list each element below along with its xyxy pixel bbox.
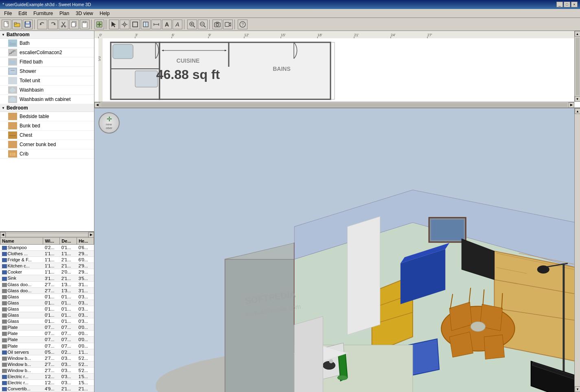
table-row[interactable]: Window b... 2'7... 0'3... 5'2...	[0, 367, 94, 373]
tree-item-bedside-table[interactable]: Bedside table	[0, 112, 94, 121]
row-icon	[2, 283, 7, 287]
save-button[interactable]	[23, 20, 33, 29]
row-icon	[2, 264, 7, 268]
redo-button[interactable]	[48, 20, 58, 29]
create-dimension-tool[interactable]	[151, 20, 161, 29]
table-row[interactable]: Plate 0'7... 0'7... 0'0...	[0, 337, 94, 343]
table-row[interactable]: Glass doo... 2'7... 1'3... 3'1...	[0, 287, 94, 293]
menu-edit[interactable]: Edit	[15, 10, 30, 17]
stair-icon	[8, 49, 17, 56]
tree-item-fitted-bath[interactable]: Fitted bath	[0, 57, 94, 67]
new-button[interactable]	[2, 20, 11, 29]
menu-help[interactable]: Help	[96, 10, 113, 17]
plan-scroll-right[interactable]: ▶	[569, 102, 574, 108]
table-row[interactable]: Window b... 2'7... 0'3... 5'2...	[0, 361, 94, 367]
tree-hscroll[interactable]: ◀ ▶	[0, 232, 94, 237]
paste-button[interactable]	[80, 20, 90, 29]
add-furniture-button[interactable]	[94, 20, 104, 29]
table-row[interactable]: Plate 0'7... 0'7... 0'0...	[0, 331, 94, 337]
view3d[interactable]: ✛ newober	[94, 108, 580, 392]
table-row[interactable]: Clothes ... 1'1... 1'1... 2'9...	[0, 251, 94, 257]
cell-height: 0'3...	[77, 312, 94, 318]
create-walls-tool[interactable]	[130, 20, 140, 29]
furniture-table-container[interactable]: Name Wi... De... He... Shampoo 0'2... 0'…	[0, 237, 94, 392]
table-row[interactable]: Plate 0'7... 0'7... 0'0...	[0, 343, 94, 349]
tree-item-washbasin[interactable]: Washbasin	[0, 85, 94, 95]
plan-vscroll[interactable]: ▲ ▼	[574, 31, 580, 102]
tree-item-shower[interactable]: Shower	[0, 67, 94, 76]
plan-hscroll[interactable]: ◀ ▶	[94, 102, 574, 107]
undo-button[interactable]	[37, 20, 47, 29]
cell-width: 0'7...	[43, 331, 60, 337]
tree-item-corner-bunk-bed[interactable]: Corner bunk bed	[0, 140, 94, 149]
copy-button[interactable]	[69, 20, 79, 29]
table-row[interactable]: Glass 0'1... 0'1... 0'3...	[0, 306, 94, 312]
view3d-scroll-up[interactable]: ▲	[575, 108, 580, 114]
table-row[interactable]: Glass 0'1... 0'1... 0'3...	[0, 312, 94, 318]
cell-height: 5'2...	[77, 361, 94, 367]
scroll-right-btn[interactable]: ▶	[88, 232, 94, 238]
photo-button[interactable]	[212, 20, 222, 29]
tree-item-bunk-bed[interactable]: Bunk bed	[0, 121, 94, 131]
category-bedroom[interactable]: Bedroom	[0, 104, 94, 112]
svg-rect-56	[9, 126, 16, 128]
table-row[interactable]: Glass 0'1... 0'1... 0'3...	[0, 318, 94, 324]
zoom-out-button[interactable]	[198, 20, 208, 29]
cell-depth: 2'1...	[60, 263, 77, 269]
table-row[interactable]: Window b... 2'7... 0'3... 5'2...	[0, 355, 94, 361]
create-text-tool[interactable]: A	[162, 20, 172, 29]
row-icon	[2, 277, 7, 281]
cut-button[interactable]	[59, 20, 68, 29]
plan-scroll-left[interactable]: ◀	[94, 102, 100, 108]
tree-item-crib[interactable]: Crib	[0, 149, 94, 159]
cell-name: Shampoo	[0, 245, 43, 251]
plan-content[interactable]: 5'0	[98, 38, 580, 107]
video-button[interactable]	[223, 20, 233, 29]
minimize-button[interactable]: _	[556, 2, 563, 7]
table-row[interactable]: Electric r... 1'2... 0'3... 1'5...	[0, 373, 94, 379]
close-button[interactable]: ×	[571, 2, 578, 7]
table-row[interactable]: Cooker 1'1... 2'0... 2'9...	[0, 269, 94, 275]
select-tool[interactable]	[109, 20, 119, 29]
open-button[interactable]	[12, 20, 22, 29]
table-row[interactable]: Glass doo... 2'7... 1'3... 3'1...	[0, 281, 94, 287]
table-row[interactable]: Shampoo 0'2... 0'1... 0'6...	[0, 245, 94, 251]
tree-item-escalier[interactable]: escalierColimacon2	[0, 48, 94, 57]
col-name: Name	[0, 238, 43, 245]
plan-scroll-up[interactable]: ▲	[575, 31, 580, 37]
svg-text:BAINS: BAINS	[273, 66, 291, 72]
furniture-tree[interactable]: Bathroom Bath escalierColimacon2 Fitted …	[0, 31, 94, 232]
zoom-in-button[interactable]	[187, 20, 197, 29]
tree-item-bath[interactable]: Bath	[0, 39, 94, 48]
tree-item-toilet[interactable]: Toilet unit	[0, 76, 94, 85]
view3d-vscroll[interactable]: ▲ ▼	[574, 108, 580, 392]
table-row[interactable]: Convertib... 4'9... 2'1... 2'1...	[0, 386, 94, 392]
help-button[interactable]: ?	[238, 20, 247, 29]
pan-tool[interactable]	[120, 20, 129, 29]
table-row[interactable]: Glass 0'1... 0'1... 0'3...	[0, 300, 94, 306]
plan-view[interactable]: 0' 3' 6' 9' 12' 15' 18' 21' 24' 27'	[94, 31, 580, 108]
table-row[interactable]: Sink 3'1... 2'1... 3'5...	[0, 275, 94, 281]
menu-file[interactable]: File	[1, 10, 15, 17]
create-text-tool2[interactable]: A	[173, 20, 182, 29]
cell-name: Glass	[0, 312, 43, 318]
view3d-scroll-down[interactable]: ▼	[575, 386, 580, 392]
table-row[interactable]: Glass 0'1... 0'1... 0'3...	[0, 293, 94, 300]
create-rooms-tool[interactable]	[141, 20, 151, 29]
table-row[interactable]: Kitchen c... 1'1... 2'1... 2'9...	[0, 263, 94, 269]
maximize-button[interactable]: □	[564, 2, 570, 7]
tree-item-chest[interactable]: Chest	[0, 131, 94, 140]
table-row[interactable]: Electric r... 1'2... 0'3... 1'5...	[0, 380, 94, 386]
menu-plan[interactable]: Plan	[56, 10, 72, 17]
category-bathroom[interactable]: Bathroom	[0, 31, 94, 39]
table-row[interactable]: Plate 0'7... 0'7... 0'0...	[0, 324, 94, 331]
plan-scroll-down[interactable]: ▼	[575, 96, 580, 102]
scroll-left-btn[interactable]: ◀	[0, 232, 6, 238]
table-row[interactable]: Fridge & F... 1'1... 2'1... 6'0...	[0, 257, 94, 263]
menu-3dview[interactable]: 3D view	[72, 10, 96, 17]
table-row[interactable]: Oil servers 0'5... 0'2... 1'1...	[0, 349, 94, 355]
compass[interactable]: ✛ newober	[98, 112, 120, 134]
tree-item-washbasin-cabinet[interactable]: Washbasin with cabinet	[0, 95, 94, 104]
corner-bunk-bed-icon	[8, 141, 17, 148]
menu-furniture[interactable]: Furniture	[30, 10, 56, 17]
